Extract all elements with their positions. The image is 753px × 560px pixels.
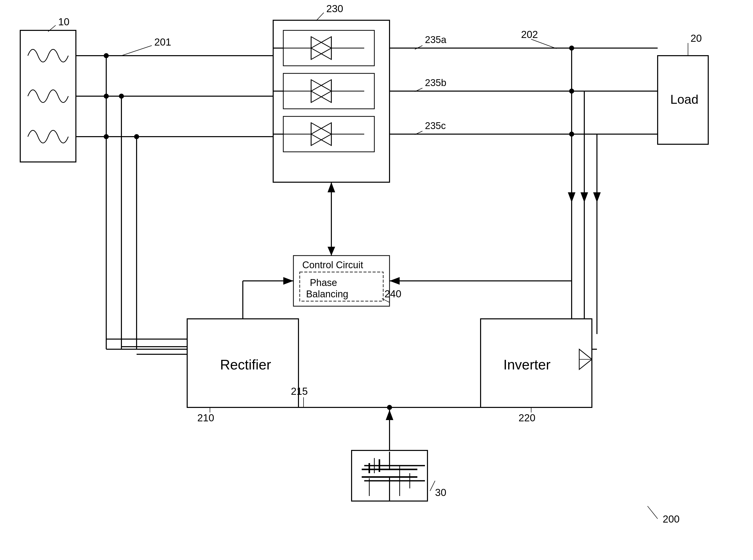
ref-230-label: 230	[326, 3, 343, 14]
ref-200-label: 200	[663, 514, 680, 524]
svg-point-15	[134, 134, 139, 139]
ref-235b-label: 235b	[425, 77, 446, 88]
ref-20-label: 20	[691, 33, 702, 44]
ref-215-label: 215	[291, 386, 308, 397]
ref-235a-label: 235a	[425, 35, 446, 45]
ref-220-label: 220	[518, 412, 535, 423]
ref-30-label: 30	[435, 487, 446, 498]
ref-201-label: 201	[154, 36, 171, 47]
ref-240-label: 240	[385, 288, 402, 299]
ref-202-label: 202	[521, 29, 538, 40]
inverter-label: Inverter	[503, 357, 550, 373]
circuit-diagram: 10 Load 20 201 230	[0, 0, 753, 560]
ref-210-label: 210	[197, 412, 214, 423]
ref-235c-label: 235c	[425, 120, 446, 131]
phase-balancing-label1: Phase	[310, 277, 337, 288]
control-circuit-label: Control Circuit	[302, 260, 363, 270]
rectifier-label: Rectifier	[220, 357, 271, 373]
ref-10-label: 10	[58, 16, 69, 27]
load-label: Load	[670, 92, 698, 106]
phase-balancing-label2: Balancing	[306, 289, 348, 299]
svg-point-14	[119, 94, 124, 99]
